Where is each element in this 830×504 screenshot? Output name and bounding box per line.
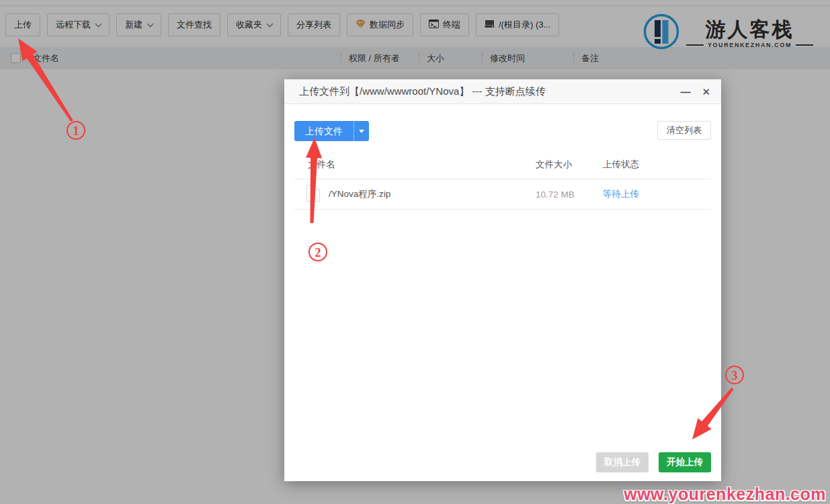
file-size: 10.72 MB (536, 190, 603, 200)
upload-file-dropdown-button[interactable] (354, 121, 369, 141)
close-icon[interactable]: ✕ (702, 87, 710, 97)
site-watermark: www.yourenkezhan.com (624, 485, 826, 504)
upload-dialog-title: 上传文件到【/www/wwwroot/YNova】 --- 支持断点续传 (299, 85, 668, 98)
upload-dialog-body: 上传文件 清空列表 文件名 文件大小 上传状态 /YNova程序.zip 10.… (284, 104, 721, 481)
upload-table-row: /YNova程序.zip 10.72 MB 等待上传 (294, 179, 711, 210)
upload-dialog-footer: 取消上传 开始上传 (294, 452, 711, 472)
minimize-icon[interactable]: — (680, 87, 690, 97)
dropdown-arrow-icon (359, 130, 364, 133)
upload-file-button[interactable]: 上传文件 (294, 121, 354, 141)
upload-file-table: 文件名 文件大小 上传状态 /YNova程序.zip 10.72 MB 等待上传 (294, 151, 711, 210)
column-upload-status: 上传状态 (603, 159, 711, 171)
upload-status-badge: 等待上传 (603, 188, 711, 200)
upload-file-split-button: 上传文件 (294, 121, 369, 141)
cancel-upload-button[interactable]: 取消上传 (596, 452, 649, 472)
column-filesize: 文件大小 (536, 159, 603, 171)
upload-table-header: 文件名 文件大小 上传状态 (294, 151, 711, 179)
file-icon (306, 184, 321, 204)
file-name: /YNova程序.zip (329, 188, 390, 200)
start-upload-button[interactable]: 开始上传 (659, 452, 711, 472)
column-filename: 文件名 (294, 159, 536, 171)
upload-dialog-header: 上传文件到【/www/wwwroot/YNova】 --- 支持断点续传 — ✕ (284, 79, 721, 104)
upload-dialog: 上传文件到【/www/wwwroot/YNova】 --- 支持断点续传 — ✕… (284, 79, 721, 481)
clear-list-button[interactable]: 清空列表 (657, 121, 711, 140)
